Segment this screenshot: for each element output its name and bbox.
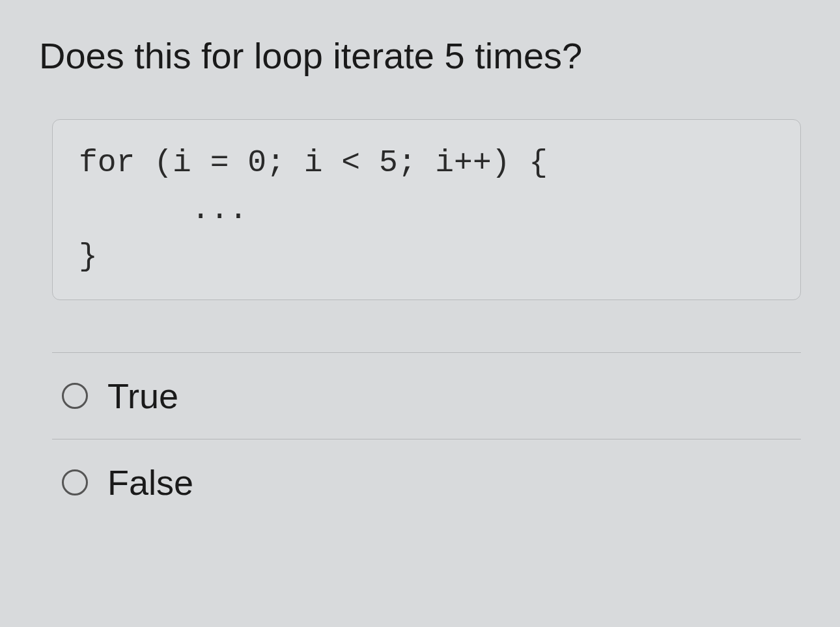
options-list: True False [52, 352, 801, 525]
radio-icon[interactable] [62, 469, 88, 495]
code-block: for (i = 0; i < 5; i++) { ... } [52, 119, 801, 300]
option-false[interactable]: False [52, 439, 801, 525]
option-label: False [107, 462, 193, 503]
question-text: Does this for loop iterate 5 times? [39, 33, 801, 80]
option-label: True [107, 376, 178, 416]
option-true[interactable]: True [52, 352, 801, 439]
radio-icon[interactable] [62, 383, 88, 409]
code-content: for (i = 0; i < 5; i++) { ... } [79, 139, 774, 280]
